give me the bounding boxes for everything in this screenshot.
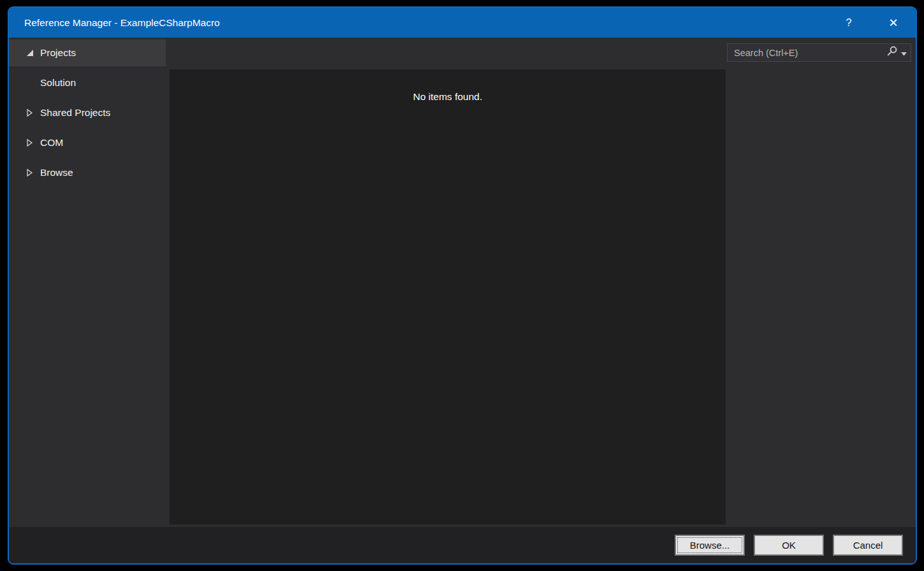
sidebar-item-label: COM xyxy=(40,137,63,148)
expanded-arrow-icon[interactable] xyxy=(26,49,40,57)
collapsed-arrow-icon[interactable] xyxy=(26,168,40,177)
search-input[interactable] xyxy=(733,47,886,59)
browse-button[interactable]: Browse... xyxy=(675,535,745,556)
close-icon: ✕ xyxy=(888,16,898,30)
sidebar-item-label: Solution xyxy=(40,77,76,89)
dialog-body: Projects Solution Shared Projects xyxy=(9,38,916,527)
collapsed-arrow-icon[interactable] xyxy=(26,138,40,147)
titlebar-buttons: ? ✕ xyxy=(834,8,916,38)
reference-category-list: Projects Solution Shared Projects xyxy=(9,40,166,189)
footer-bar: Browse... OK Cancel xyxy=(9,527,916,563)
search-icons xyxy=(886,45,907,60)
title-bar[interactable]: Reference Manager - ExampleCSharpMacro ?… xyxy=(9,8,916,38)
sidebar-item-projects[interactable]: Projects xyxy=(9,40,166,66)
ok-button[interactable]: OK xyxy=(754,535,824,556)
help-button[interactable]: ? xyxy=(834,8,863,38)
search-dropdown-icon[interactable] xyxy=(901,47,907,59)
close-button[interactable]: ✕ xyxy=(879,8,908,38)
results-panel[interactable]: No items found. xyxy=(170,69,726,524)
sidebar-item-label: Projects xyxy=(40,47,76,59)
collapsed-arrow-icon[interactable] xyxy=(26,108,40,117)
empty-message: No items found. xyxy=(413,91,483,102)
cancel-button[interactable]: Cancel xyxy=(833,535,903,556)
sidebar-item-browse[interactable]: Browse xyxy=(9,159,166,186)
sidebar-item-label: Browse xyxy=(40,167,73,178)
search-icon[interactable] xyxy=(886,45,898,60)
reference-manager-dialog: Reference Manager - ExampleCSharpMacro ?… xyxy=(8,6,917,565)
search-box xyxy=(727,43,911,62)
sidebar-item-solution[interactable]: Solution xyxy=(9,69,166,96)
sidebar-item-com[interactable]: COM xyxy=(9,129,166,156)
help-icon: ? xyxy=(846,17,852,29)
sidebar-item-shared-projects[interactable]: Shared Projects xyxy=(9,99,166,126)
window-title: Reference Manager - ExampleCSharpMacro xyxy=(24,17,220,29)
sidebar-item-label: Shared Projects xyxy=(40,107,110,119)
